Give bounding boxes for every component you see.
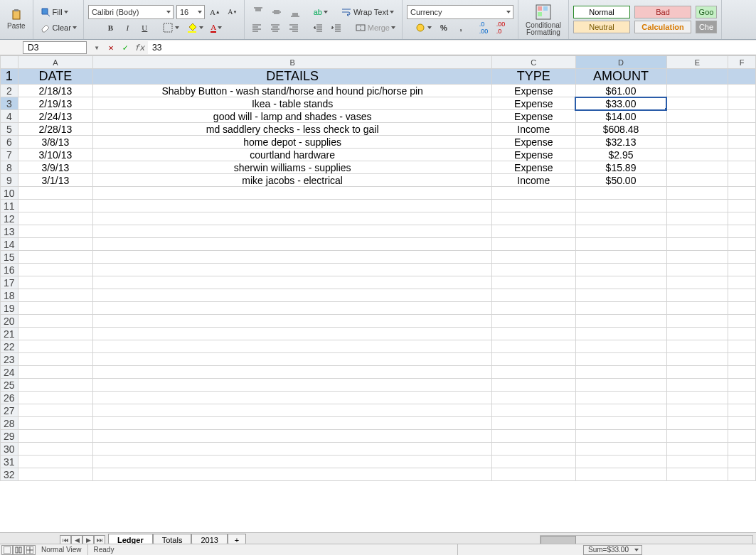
header-cell[interactable]: DATE bbox=[18, 69, 93, 85]
cell[interactable] bbox=[93, 315, 492, 328]
fill-color-button[interactable] bbox=[184, 21, 206, 35]
cell[interactable] bbox=[666, 315, 728, 328]
cell[interactable] bbox=[93, 379, 492, 392]
cell[interactable]: $61.00 bbox=[575, 85, 666, 97]
cell[interactable]: good will - lamp and shades - vases bbox=[93, 110, 492, 123]
cell[interactable]: Ikea - table stands bbox=[93, 97, 492, 110]
fx-icon[interactable]: fx bbox=[134, 42, 145, 53]
row-header[interactable]: 21 bbox=[1, 328, 18, 340]
cell[interactable] bbox=[666, 251, 728, 264]
column-header-A[interactable]: A bbox=[18, 56, 93, 69]
row-header[interactable]: 6 bbox=[1, 136, 18, 149]
row-header[interactable]: 5 bbox=[1, 123, 18, 136]
row-header[interactable]: 1 bbox=[1, 69, 18, 85]
row-header[interactable]: 30 bbox=[1, 443, 18, 456]
cell[interactable] bbox=[728, 289, 756, 302]
cell[interactable] bbox=[728, 340, 756, 353]
cell[interactable] bbox=[728, 315, 756, 328]
select-all-corner[interactable] bbox=[1, 56, 18, 69]
cell[interactable]: Expense bbox=[492, 136, 575, 149]
cell[interactable] bbox=[492, 212, 575, 225]
cancel-icon[interactable]: ✕ bbox=[105, 42, 117, 53]
cell[interactable] bbox=[18, 251, 93, 264]
cell[interactable] bbox=[93, 302, 492, 315]
row-header[interactable]: 7 bbox=[1, 149, 18, 161]
cell[interactable] bbox=[93, 238, 492, 251]
header-cell[interactable]: AMOUNT bbox=[575, 69, 666, 85]
cell[interactable] bbox=[492, 276, 575, 289]
align-center-button[interactable] bbox=[267, 21, 283, 35]
cell[interactable] bbox=[666, 238, 728, 251]
cell[interactable]: 3/9/13 bbox=[18, 161, 93, 174]
cell[interactable] bbox=[666, 430, 728, 443]
cell[interactable] bbox=[728, 238, 756, 251]
cell[interactable] bbox=[492, 289, 575, 302]
cell[interactable]: 3/10/13 bbox=[18, 149, 93, 161]
cell[interactable] bbox=[575, 276, 666, 289]
row-header[interactable]: 22 bbox=[1, 340, 18, 353]
accounting-format-button[interactable] bbox=[412, 21, 434, 35]
cell[interactable] bbox=[492, 251, 575, 264]
style-good[interactable]: Goo bbox=[696, 6, 717, 18]
cell[interactable] bbox=[575, 212, 666, 225]
cell[interactable] bbox=[728, 85, 756, 97]
cell[interactable] bbox=[93, 251, 492, 264]
cell[interactable] bbox=[575, 353, 666, 366]
cell[interactable] bbox=[18, 187, 93, 200]
cell[interactable] bbox=[18, 404, 93, 417]
row-header[interactable]: 32 bbox=[1, 468, 18, 481]
cell[interactable] bbox=[666, 276, 728, 289]
cell[interactable] bbox=[575, 200, 666, 212]
decrease-decimal-button[interactable]: .00.0 bbox=[494, 21, 508, 35]
cell[interactable] bbox=[666, 149, 728, 161]
row-header[interactable]: 9 bbox=[1, 174, 18, 187]
percent-button[interactable]: % bbox=[437, 21, 451, 35]
cell[interactable] bbox=[492, 200, 575, 212]
wrap-text-button[interactable]: Wrap Text bbox=[339, 5, 396, 19]
cell[interactable] bbox=[492, 468, 575, 481]
increase-indent-button[interactable] bbox=[329, 21, 344, 35]
cell[interactable]: mike jacobs - electrical bbox=[93, 174, 492, 187]
cell[interactable] bbox=[575, 430, 666, 443]
row-header[interactable]: 19 bbox=[1, 302, 18, 315]
cell[interactable] bbox=[492, 353, 575, 366]
cell[interactable] bbox=[728, 379, 756, 392]
cell[interactable] bbox=[93, 443, 492, 456]
cell[interactable] bbox=[728, 366, 756, 379]
conditional-formatting-button[interactable]: Conditional Formatting bbox=[523, 2, 564, 38]
font-name-select[interactable]: Calibri (Body) bbox=[88, 5, 174, 19]
cell[interactable] bbox=[18, 392, 93, 404]
cell[interactable] bbox=[666, 340, 728, 353]
cell[interactable]: Expense bbox=[492, 85, 575, 97]
cell[interactable] bbox=[18, 443, 93, 456]
cell[interactable] bbox=[18, 238, 93, 251]
spreadsheet-grid[interactable]: ABCDEF1DATEDETAILSTYPEAMOUNT22/18/13Shab… bbox=[0, 55, 756, 534]
cell[interactable] bbox=[666, 200, 728, 212]
cell[interactable] bbox=[93, 430, 492, 443]
page-layout-view-button[interactable] bbox=[13, 545, 24, 555]
cell[interactable] bbox=[93, 289, 492, 302]
header-cell[interactable] bbox=[728, 69, 756, 85]
cell[interactable] bbox=[666, 328, 728, 340]
cell[interactable] bbox=[93, 392, 492, 404]
cell[interactable] bbox=[666, 468, 728, 481]
cell[interactable] bbox=[18, 264, 93, 276]
cell[interactable] bbox=[666, 264, 728, 276]
cell[interactable] bbox=[575, 251, 666, 264]
cell[interactable] bbox=[18, 302, 93, 315]
cell[interactable] bbox=[666, 289, 728, 302]
cell[interactable] bbox=[728, 123, 756, 136]
cell[interactable] bbox=[666, 417, 728, 430]
normal-view-button[interactable] bbox=[1, 545, 13, 555]
cell[interactable]: Expense bbox=[492, 97, 575, 110]
cell[interactable] bbox=[575, 379, 666, 392]
cell[interactable] bbox=[93, 187, 492, 200]
row-header[interactable]: 3 bbox=[1, 97, 18, 110]
comma-button[interactable]: , bbox=[454, 21, 468, 35]
cell[interactable]: $14.00 bbox=[575, 110, 666, 123]
cell[interactable] bbox=[93, 456, 492, 468]
paste-button[interactable]: Paste bbox=[4, 8, 28, 31]
cell[interactable]: 2/19/13 bbox=[18, 97, 93, 110]
cell[interactable] bbox=[93, 212, 492, 225]
align-bottom-button[interactable] bbox=[287, 5, 303, 19]
